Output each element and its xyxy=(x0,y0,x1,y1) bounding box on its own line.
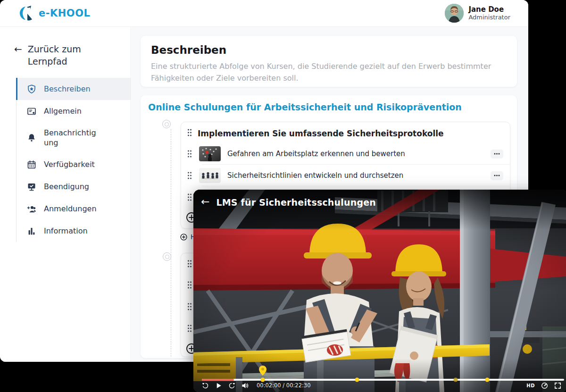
sidebar-item-allgemein[interactable]: Allgemein xyxy=(16,100,131,122)
sidebar-nav: Beschreiben Allgemein Benachrichtigung xyxy=(0,78,131,242)
timeline-line xyxy=(171,129,171,357)
drag-handle-icon[interactable] xyxy=(187,302,192,311)
group-header: Implementieren Sie umfassende Sicherheit… xyxy=(181,122,510,143)
lesson-row[interactable]: Sicherheitsrichtlinien entwickeln und du… xyxy=(181,165,510,186)
sidebar-item-beschreiben[interactable]: Beschreiben xyxy=(16,78,131,100)
lesson-thumbnail xyxy=(199,146,221,161)
rewind-icon[interactable] xyxy=(202,382,209,389)
forward-icon[interactable] xyxy=(228,382,235,389)
drag-handle-icon[interactable] xyxy=(187,259,192,270)
sidebar-item-label: Verfügbarkeit xyxy=(44,159,95,169)
shield-star-icon xyxy=(27,84,36,94)
video-player-overlay[interactable]: ← LMS für Sicherheitsschulungen xyxy=(193,190,566,392)
video-title-bar: ← LMS für Sicherheitsschulungen xyxy=(193,190,566,230)
drag-handle-icon[interactable] xyxy=(187,128,192,139)
timeline-node-2[interactable] xyxy=(163,252,171,261)
lesson-title: Sicherheitsrichtlinien entwickeln und du… xyxy=(227,171,403,180)
drag-handle-icon[interactable] xyxy=(187,171,192,180)
back-arrow-icon: ← xyxy=(14,43,22,67)
back-label: Zurück zum Lernpfad xyxy=(28,43,108,67)
video-controls: 00:02:00 / 00:22:30 HD xyxy=(202,381,561,390)
video-title: LMS für Sicherheitsschulungen xyxy=(216,197,376,208)
add-icon xyxy=(180,234,187,241)
person-add-icon xyxy=(27,204,36,214)
avatar-image xyxy=(445,4,464,23)
lesson-title: Gefahren am Arbeitsplatz erkennen und be… xyxy=(227,150,405,158)
drag-handle-icon[interactable] xyxy=(187,193,192,201)
sidebar-item-label: Beendigung xyxy=(44,182,89,192)
top-header: e-KHOOL Jane Doe Administrator xyxy=(0,0,528,27)
avatar[interactable] xyxy=(445,4,464,23)
calendar-icon xyxy=(27,160,36,169)
lesson-thumbnail xyxy=(199,168,221,183)
timeline-node-1[interactable] xyxy=(162,120,171,128)
sidebar-item-label: Information xyxy=(44,226,88,236)
quality-badge[interactable]: HD xyxy=(526,383,535,388)
seek-pin-icon[interactable] xyxy=(259,366,266,377)
volume-icon[interactable] xyxy=(241,382,249,389)
brand-logo[interactable]: e-KHOOL xyxy=(19,6,90,21)
sidebar-item-label: Beschreiben xyxy=(44,84,91,94)
description-card: Beschreiben Eine strukturierte Abfolge v… xyxy=(141,36,517,87)
user-role: Administrator xyxy=(468,14,510,21)
sidebar-item-anmeldungen[interactable]: Anmeldungen xyxy=(16,198,131,220)
user-name: Jane Doe xyxy=(468,5,510,14)
page-title: Beschreiben xyxy=(151,44,507,56)
ekhool-logo-icon xyxy=(19,6,35,21)
sidebar: ← Zurück zum Lernpfad Beschreiben Allgem… xyxy=(0,27,131,362)
video-back-arrow-icon[interactable]: ← xyxy=(201,196,209,208)
drag-handle-icon[interactable] xyxy=(187,324,192,333)
lesson-row[interactable]: Gefahren am Arbeitsplatz erkennen und be… xyxy=(181,143,510,165)
sidebar-item-beendigung[interactable]: Beendigung xyxy=(16,175,131,198)
ellipsis-icon xyxy=(494,153,500,155)
user-menu[interactable]: Jane Doe Administrator xyxy=(445,4,510,23)
back-to-learning-path-link[interactable]: ← Zurück zum Lernpfad xyxy=(14,43,108,67)
sidebar-item-benachrichtigung[interactable]: Benachrichtigung xyxy=(16,122,131,153)
page-description: Eine strukturierte Abfolge von Kursen, d… xyxy=(151,60,507,84)
section-title: Online Schulungen für Arbeitssicherheit … xyxy=(141,95,517,112)
user-info: Jane Doe Administrator xyxy=(468,5,510,21)
play-icon[interactable] xyxy=(215,382,222,389)
drag-handle-icon[interactable] xyxy=(187,150,192,158)
ellipsis-icon xyxy=(494,175,500,176)
video-controls-right: HD xyxy=(526,382,561,389)
bar-chart-icon xyxy=(27,226,36,236)
sidebar-item-label: Allgemein xyxy=(44,106,82,116)
row-menu-button[interactable] xyxy=(491,171,503,180)
sidebar-item-verfuegbarkeit[interactable]: Verfügbarkeit xyxy=(16,153,131,175)
brand-name: e-KHOOL xyxy=(39,8,90,19)
sidebar-item-label: Anmeldungen xyxy=(44,204,97,214)
video-timestamp: 00:02:00 / 00:22:30 xyxy=(257,382,310,389)
group-title: Implementieren Sie umfassende Sicherheit… xyxy=(198,129,444,138)
playback-speed-icon[interactable] xyxy=(541,382,548,389)
monitor-check-icon xyxy=(27,182,36,192)
sidebar-item-label: Benachrichtigung xyxy=(44,128,100,148)
row-menu-button[interactable] xyxy=(491,150,503,158)
drag-handle-icon[interactable] xyxy=(187,281,192,289)
sidebar-item-information[interactable]: Information xyxy=(16,220,131,242)
id-card-icon xyxy=(27,107,36,116)
fullscreen-icon[interactable] xyxy=(554,382,561,389)
bell-icon xyxy=(27,133,36,142)
